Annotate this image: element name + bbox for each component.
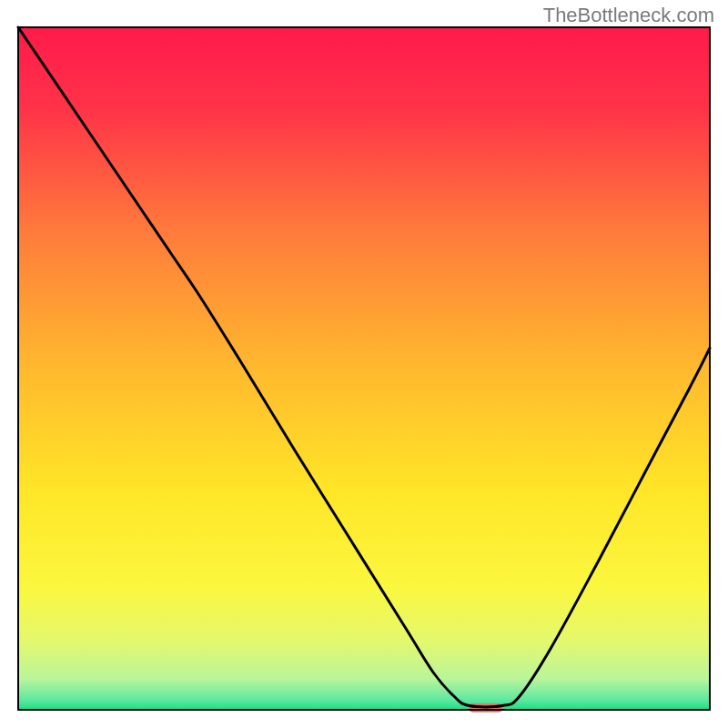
- gradient-background: [18, 27, 710, 710]
- chart-container: TheBottleneck.com: [0, 0, 728, 728]
- bottleneck-chart: [0, 0, 728, 728]
- watermark-text: TheBottleneck.com: [543, 4, 714, 27]
